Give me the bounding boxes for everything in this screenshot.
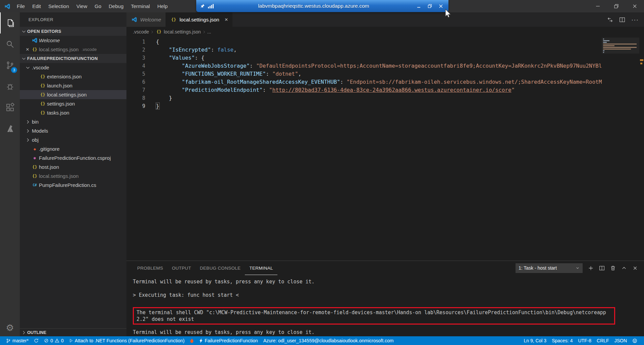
- chevron-right-icon: [150, 30, 154, 34]
- status-sync[interactable]: [31, 336, 41, 345]
- outline-header[interactable]: OUTLINE: [20, 328, 126, 336]
- tree-item-launch-json[interactable]: {}launch.json: [20, 81, 126, 90]
- tree-item-settings-json[interactable]: {}settings.json: [20, 99, 126, 108]
- tree-item-gitignore[interactable]: ◆.gitignore: [20, 144, 126, 153]
- status-git-branch[interactable]: master*: [3, 336, 31, 345]
- menu-terminal[interactable]: Terminal: [127, 0, 154, 12]
- tree-item-failurepredictionfunction-csproj[interactable]: ✱FailurePredictionFunction.csproj: [20, 153, 126, 162]
- editor-code[interactable]: 123456789 { "IsEncrypted": false, "Value…: [126, 37, 644, 261]
- func-icon: [199, 338, 203, 343]
- debug-icon: [5, 82, 15, 91]
- tree-item-obj[interactable]: obj: [20, 135, 126, 144]
- rdp-restore-button[interactable]: [425, 2, 435, 10]
- breadcrumb-item-local-settings-json[interactable]: {}local.settings.json: [155, 29, 201, 34]
- tree-item-local-settings-json[interactable]: {}local.settings.json: [20, 171, 126, 181]
- line-number: 4: [126, 62, 145, 70]
- activity-bar: 3 ⚙: [0, 12, 20, 336]
- json-file-icon: {}: [31, 47, 38, 52]
- file-label: obj: [32, 137, 39, 143]
- window-close-button[interactable]: [626, 0, 644, 12]
- close-icon[interactable]: ×: [225, 16, 228, 23]
- project-header[interactable]: FAILUREPREDICTIONFUNCTION: [20, 54, 126, 63]
- breadcrumb-item-vscode[interactable]: .vscode: [133, 29, 149, 34]
- activity-manage[interactable]: ⚙: [6, 323, 14, 332]
- activity-source-control[interactable]: 3: [0, 55, 20, 76]
- split-editor-icon[interactable]: [619, 17, 625, 23]
- json-file-icon: {}: [39, 83, 46, 88]
- menu-view[interactable]: View: [73, 0, 91, 12]
- minimap-slider[interactable]: [602, 38, 639, 54]
- editor-actions: ···: [607, 12, 644, 27]
- tree-item-tasks-json[interactable]: {}tasks.json: [20, 108, 126, 117]
- file-label: host.json: [39, 164, 59, 170]
- window-minimize-button[interactable]: [589, 0, 607, 12]
- menu-selection[interactable]: Selection: [45, 0, 73, 12]
- status-feedback[interactable]: [630, 336, 640, 345]
- terminal-selector-dropdown[interactable]: 1: Task - host start: [516, 263, 583, 273]
- status-cursor-position[interactable]: Ln 9, Col 3: [521, 336, 549, 345]
- status-eol[interactable]: CRLF: [594, 336, 612, 345]
- new-terminal-icon[interactable]: [588, 265, 594, 271]
- project-label: FAILUREPREDICTIONFUNCTION: [27, 56, 98, 61]
- tree-item-models[interactable]: Models: [20, 126, 126, 135]
- kill-terminal-icon[interactable]: [610, 265, 616, 271]
- tree-item-pumpfailureprediction-cs[interactable]: C#PumpFailurePrediction.cs: [20, 181, 126, 190]
- rdp-close-button[interactable]: [436, 2, 446, 10]
- terminal-line: [133, 285, 644, 292]
- json-file-icon: {}: [155, 29, 162, 34]
- open-editors-label: OPEN EDITORS: [27, 29, 61, 34]
- status-azure-account[interactable]: Azure: odl_user_134559@cloudlabsaioutloo…: [261, 336, 396, 345]
- status-azure-functions-deploy[interactable]: [187, 336, 197, 345]
- window-restore-button[interactable]: [607, 0, 626, 12]
- tree-item-bin[interactable]: bin: [20, 117, 126, 126]
- smiley-icon: [632, 338, 637, 343]
- status-debug-attach[interactable]: Attach to .NET Functions (FailurePredict…: [66, 336, 187, 345]
- status-problems[interactable]: 00: [41, 336, 66, 345]
- terminal-output[interactable]: Terminal will be reused by tasks, press …: [126, 275, 644, 336]
- activity-explorer[interactable]: [0, 12, 20, 33]
- activity-search[interactable]: [0, 33, 20, 55]
- tab-welcome[interactable]: Welcome: [126, 12, 166, 27]
- menu-file[interactable]: File: [13, 0, 29, 12]
- editor-area: Welcome{}local.settings.json× ··· .vscod…: [126, 12, 644, 261]
- status-indentation[interactable]: Spaces: 4: [549, 336, 575, 345]
- tab-label: Welcome: [140, 17, 161, 22]
- panel-tab-terminal[interactable]: TERMINAL: [245, 261, 277, 275]
- explorer-sidebar: EXPLORER OPEN EDITORS Welcome×{}local.se…: [20, 12, 126, 336]
- panel-tab-problems[interactable]: PROBLEMS: [133, 261, 167, 275]
- close-icon[interactable]: ×: [24, 46, 31, 53]
- panel-tab-output[interactable]: OUTPUT: [167, 261, 195, 275]
- open-editors-header[interactable]: OPEN EDITORS: [20, 27, 126, 36]
- minimap[interactable]: [602, 38, 639, 261]
- menu-edit[interactable]: Edit: [29, 0, 45, 12]
- tree-item-vscode[interactable]: .vscode: [20, 63, 126, 72]
- more-actions-icon[interactable]: ···: [631, 16, 639, 23]
- rdp-minimize-button[interactable]: [414, 2, 424, 10]
- open-editor-welcome[interactable]: Welcome: [20, 36, 126, 45]
- open-editor-local-settings-json[interactable]: ×{}local.settings.json.vscode: [20, 45, 126, 54]
- status-encoding[interactable]: UTF-8: [575, 336, 594, 345]
- panel-tab-debug-console[interactable]: DEBUG CONSOLE: [196, 261, 245, 275]
- menu-go[interactable]: Go: [91, 0, 105, 12]
- activity-azure[interactable]: [0, 118, 20, 139]
- activity-debug[interactable]: [0, 76, 20, 97]
- split-terminal-icon[interactable]: [599, 265, 605, 271]
- status-function-project[interactable]: FailurePredictionFunction: [197, 336, 261, 345]
- tab-local-settings-json[interactable]: {}local.settings.json×: [166, 12, 232, 27]
- file-label: .vscode: [32, 65, 49, 70]
- line-number: 5: [126, 70, 145, 78]
- activity-extensions[interactable]: [0, 97, 20, 118]
- pin-icon[interactable]: [200, 4, 205, 8]
- tab-label: local.settings.json: [179, 17, 219, 22]
- close-panel-icon[interactable]: [632, 265, 638, 271]
- tree-item-extensions-json[interactable]: {}extensions.json: [20, 72, 126, 81]
- tree-item-host-json[interactable]: {}host.json: [20, 162, 126, 171]
- breadcrumb-item-[interactable]: ...: [207, 29, 211, 34]
- maximize-panel-icon[interactable]: [621, 265, 627, 271]
- menu-debug[interactable]: Debug: [105, 0, 127, 12]
- tree-item-local-settings-json[interactable]: {}local.settings.json: [20, 90, 126, 99]
- status-language-mode[interactable]: JSON: [612, 336, 630, 345]
- menu-help[interactable]: Help: [154, 0, 171, 12]
- window-controls: [589, 0, 644, 12]
- toggle-editor-layout-icon[interactable]: [607, 17, 613, 23]
